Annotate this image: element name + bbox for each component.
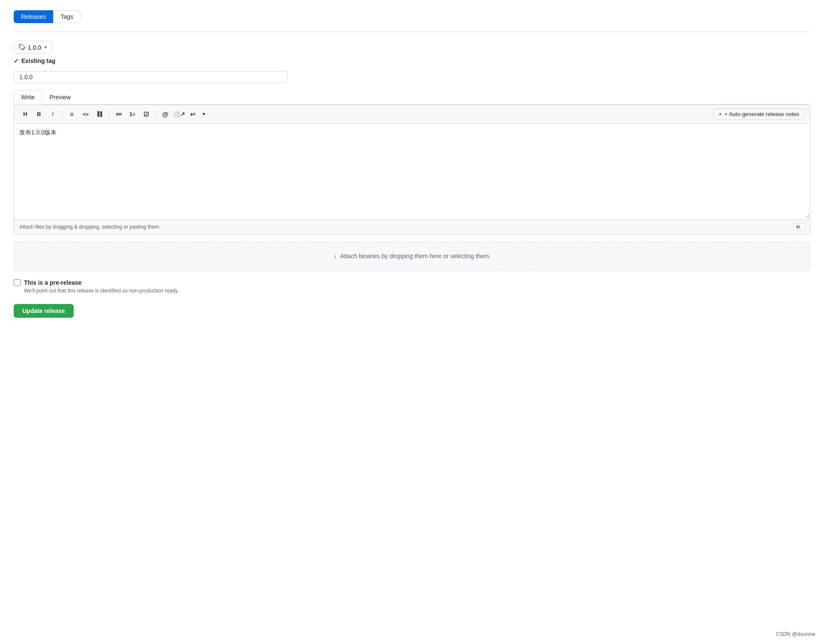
- auto-generate-label: + Auto-generate release notes: [724, 111, 799, 117]
- ol-icon: 1≡: [129, 111, 135, 117]
- undo-dropdown-button[interactable]: ▾: [200, 109, 207, 120]
- binaries-drop-zone[interactable]: ↓ Attach binaries by dropping them here …: [14, 242, 810, 271]
- editor-tabs: Write Preview: [14, 90, 810, 104]
- heading-icon: [23, 111, 27, 117]
- attach-footer: Attach files by dragging & dropping, sel…: [14, 219, 810, 234]
- release-title-input[interactable]: [14, 71, 288, 83]
- tab-preview[interactable]: Preview: [42, 90, 78, 104]
- download-arrow-icon: ↓: [334, 252, 337, 260]
- code-icon: <>: [83, 111, 89, 117]
- markdown-badge: M↓: [796, 225, 802, 230]
- link-icon: ⛓: [96, 110, 103, 118]
- task-button[interactable]: ☑: [140, 109, 152, 120]
- reference-button[interactable]: ⬜↗: [173, 109, 185, 120]
- quote-button[interactable]: ≡: [66, 109, 78, 120]
- existing-tag-label: Existing tag: [21, 57, 55, 64]
- toolbar-divider-2: [109, 110, 109, 118]
- code-button[interactable]: <>: [80, 109, 92, 120]
- update-release-button[interactable]: Update release: [14, 304, 74, 318]
- tabs-container: Releases Tags: [14, 10, 810, 23]
- release-notes-textarea[interactable]: 发布1.0.0版本: [14, 124, 810, 218]
- existing-tag-row: ✓ Existing tag: [14, 57, 810, 64]
- markdown-icon: M↓: [794, 223, 805, 231]
- heading-button[interactable]: [19, 109, 31, 120]
- attach-text: Attach files by dragging & dropping, sel…: [19, 224, 161, 230]
- toolbar-divider-3: [155, 110, 156, 118]
- tab-tags[interactable]: Tags: [53, 10, 81, 23]
- pre-release-section: This is a pre-release We'll point out th…: [14, 279, 810, 294]
- tag-value: 1.0.0: [28, 44, 41, 51]
- italic-button[interactable]: [47, 109, 59, 120]
- auto-generate-button[interactable]: + + Auto-generate release notes: [713, 108, 805, 120]
- tab-releases[interactable]: Releases: [14, 10, 53, 23]
- ol-button[interactable]: 1≡: [126, 109, 138, 120]
- pre-release-checkbox[interactable]: [14, 279, 21, 286]
- italic-icon: [52, 111, 54, 117]
- undo-dropdown-icon: ▾: [203, 111, 205, 117]
- auto-generate-plus-icon: +: [719, 111, 722, 117]
- task-icon: ☑: [143, 111, 149, 118]
- tag-icon: [18, 43, 25, 51]
- bold-icon: [37, 111, 41, 117]
- mention-icon: @: [162, 110, 169, 118]
- undo-button[interactable]: ↩: [187, 109, 199, 120]
- mention-button[interactable]: @: [159, 109, 171, 120]
- bold-button[interactable]: [33, 109, 45, 120]
- editor-container: ≡ <> ⛓ ≔ 1≡ ☑ @ ⬜↗ ↩ ▾ +: [14, 104, 810, 235]
- reference-icon: ⬜↗: [173, 111, 185, 117]
- quote-icon: ≡: [70, 110, 74, 118]
- divider: [14, 32, 810, 32]
- chevron-down-icon: ▾: [45, 45, 47, 50]
- check-icon: ✓: [14, 57, 19, 64]
- tab-write[interactable]: Write: [14, 90, 42, 104]
- undo-icon: ↩: [190, 111, 195, 118]
- link-button[interactable]: ⛓: [93, 109, 105, 120]
- ul-icon: ≔: [116, 110, 122, 118]
- binaries-text: Attach binaries by dropping them here or…: [340, 253, 491, 259]
- pre-release-label[interactable]: This is a pre-release: [14, 279, 810, 286]
- pre-release-title: This is a pre-release: [24, 279, 82, 286]
- tag-selector-button[interactable]: 1.0.0 ▾: [14, 41, 52, 54]
- toolbar-divider-1: [62, 110, 63, 118]
- ul-button[interactable]: ≔: [113, 109, 125, 120]
- pre-release-description: We'll point out that this release is ide…: [24, 288, 810, 294]
- editor-toolbar: ≡ <> ⛓ ≔ 1≡ ☑ @ ⬜↗ ↩ ▾ +: [14, 105, 810, 124]
